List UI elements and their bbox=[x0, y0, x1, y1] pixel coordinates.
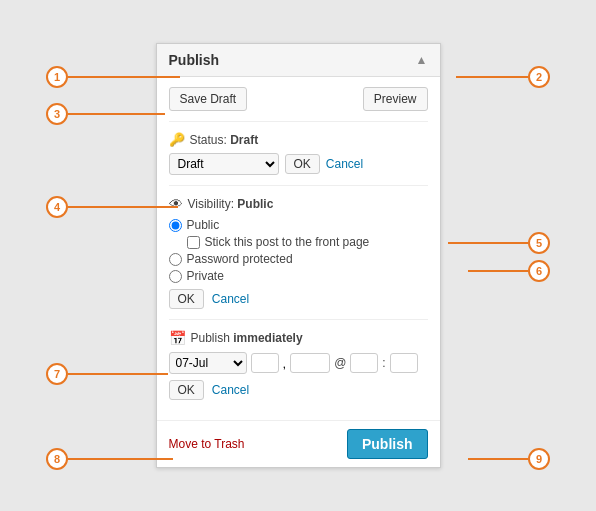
status-value: Draft bbox=[230, 133, 258, 147]
panel-title: Publish bbox=[169, 52, 220, 68]
visibility-row: 👁 Visibility: Public bbox=[169, 196, 428, 212]
circle-7: 7 bbox=[46, 363, 68, 385]
radio-password: Password protected bbox=[169, 252, 428, 266]
outer-wrapper: 1 2 3 4 5 6 7 8 9 Publish ▲ bbox=[0, 0, 596, 511]
comma-label: , bbox=[283, 356, 287, 371]
publish-label: Publish immediately bbox=[191, 331, 303, 345]
panel-body: Save Draft Preview 🔑 Status: Draft Draft… bbox=[157, 77, 440, 420]
visibility-radio-group: Public Stick this post to the front page… bbox=[169, 218, 428, 283]
status-ok-button[interactable]: OK bbox=[285, 154, 320, 174]
status-row: 🔑 Status: Draft bbox=[169, 132, 428, 147]
visibility-value: Public bbox=[237, 197, 273, 211]
radio-private: Private bbox=[169, 269, 428, 283]
colon-label: : bbox=[382, 356, 385, 370]
visibility-section: 👁 Visibility: Public Public Stick this p… bbox=[169, 196, 428, 320]
publish-panel: Publish ▲ Save Draft Preview 🔑 Status: D… bbox=[156, 43, 441, 468]
draft-preview-row: Save Draft Preview bbox=[169, 87, 428, 111]
save-draft-button[interactable]: Save Draft bbox=[169, 87, 248, 111]
arrow-9 bbox=[468, 458, 528, 460]
minute-input[interactable]: 51 bbox=[390, 353, 418, 373]
radio-public-input[interactable] bbox=[169, 219, 182, 232]
arrow-5 bbox=[448, 242, 528, 244]
arrow-7 bbox=[68, 373, 168, 375]
calendar-icon: 📅 bbox=[169, 330, 186, 346]
radio-private-input[interactable] bbox=[169, 270, 182, 283]
sticky-checkbox[interactable] bbox=[187, 236, 200, 249]
date-ok-button[interactable]: OK bbox=[169, 380, 204, 400]
arrow-1 bbox=[68, 76, 180, 78]
status-controls: Draft Pending Review OK Cancel bbox=[169, 153, 428, 175]
circle-6: 6 bbox=[528, 260, 550, 282]
arrow-3 bbox=[68, 113, 165, 115]
status-label: Status: Draft bbox=[190, 133, 259, 147]
visibility-ok-button[interactable]: OK bbox=[169, 289, 204, 309]
date-cancel-button[interactable]: Cancel bbox=[212, 381, 249, 399]
checkbox-sticky: Stick this post to the front page bbox=[187, 235, 428, 249]
bottom-row: Move to Trash Publish bbox=[157, 420, 440, 467]
radio-public: Public bbox=[169, 218, 428, 232]
arrow-6 bbox=[468, 270, 528, 272]
arrow-2 bbox=[456, 76, 528, 78]
circle-5: 5 bbox=[528, 232, 550, 254]
publish-button[interactable]: Publish bbox=[347, 429, 428, 459]
circle-2: 2 bbox=[528, 66, 550, 88]
circle-1: 1 bbox=[46, 66, 68, 88]
at-label: @ bbox=[334, 356, 346, 370]
radio-password-input[interactable] bbox=[169, 253, 182, 266]
draft-preview-section: Save Draft Preview bbox=[169, 87, 428, 122]
circle-4: 4 bbox=[46, 196, 68, 218]
arrow-4 bbox=[68, 206, 178, 208]
visibility-cancel-button[interactable]: Cancel bbox=[212, 290, 249, 308]
year-input[interactable]: 2015 bbox=[290, 353, 330, 373]
preview-button[interactable]: Preview bbox=[363, 87, 428, 111]
publish-value: immediately bbox=[233, 331, 302, 345]
date-controls: 07-Jul 15 , 2015 @ 15 : 51 bbox=[169, 352, 428, 374]
panel-header: Publish ▲ bbox=[157, 44, 440, 77]
status-section: 🔑 Status: Draft Draft Pending Review OK … bbox=[169, 132, 428, 186]
visibility-label: Visibility: Public bbox=[188, 197, 274, 211]
radio-private-label: Private bbox=[187, 269, 224, 283]
sticky-label: Stick this post to the front page bbox=[205, 235, 370, 249]
status-select[interactable]: Draft Pending Review bbox=[169, 153, 279, 175]
publish-date-section: 📅 Publish immediately 07-Jul 15 , 2015 @… bbox=[169, 330, 428, 410]
radio-public-label: Public bbox=[187, 218, 220, 232]
eye-icon: 👁 bbox=[169, 196, 183, 212]
arrow-8 bbox=[68, 458, 173, 460]
radio-password-label: Password protected bbox=[187, 252, 293, 266]
day-input[interactable]: 15 bbox=[251, 353, 279, 373]
hour-input[interactable]: 15 bbox=[350, 353, 378, 373]
month-select[interactable]: 07-Jul bbox=[169, 352, 247, 374]
collapse-arrow[interactable]: ▲ bbox=[416, 53, 428, 67]
status-cancel-button[interactable]: Cancel bbox=[326, 155, 363, 173]
date-ok-cancel: OK Cancel bbox=[169, 380, 428, 400]
visibility-ok-cancel: OK Cancel bbox=[169, 289, 428, 309]
circle-9: 9 bbox=[528, 448, 550, 470]
move-to-trash-button[interactable]: Move to Trash bbox=[169, 437, 245, 451]
circle-3: 3 bbox=[46, 103, 68, 125]
circle-8: 8 bbox=[46, 448, 68, 470]
key-icon: 🔑 bbox=[169, 132, 185, 147]
publish-date-row: 📅 Publish immediately bbox=[169, 330, 428, 346]
